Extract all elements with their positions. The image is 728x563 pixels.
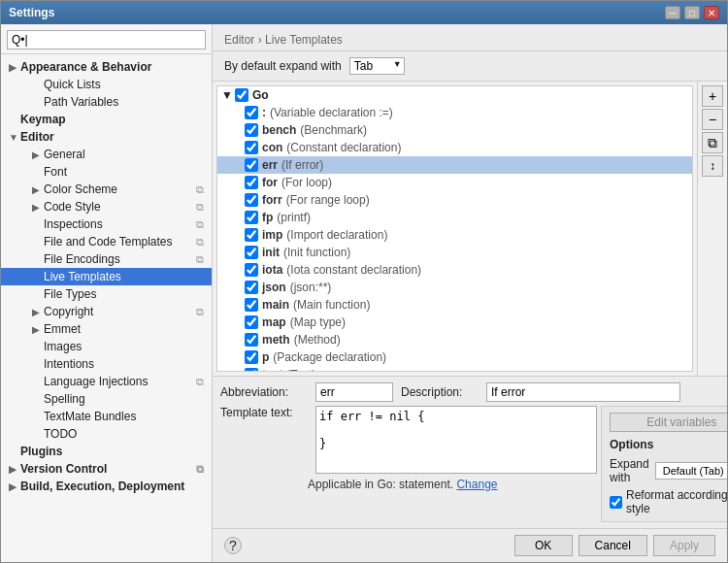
sidebar-item-spelling[interactable]: Spelling	[1, 390, 212, 408]
template-item-colon[interactable]: : (Variable declaration :=)	[217, 104, 692, 121]
sidebar-item-file-encodings[interactable]: File Encodings ⧉	[1, 250, 212, 268]
edit-variables-button[interactable]: Edit variables	[610, 413, 727, 432]
template-text-input[interactable]: if err != nil { }	[315, 406, 597, 474]
template-checkbox[interactable]	[245, 298, 258, 312]
template-checkbox[interactable]	[245, 211, 258, 224]
template-checkbox[interactable]	[245, 141, 258, 154]
copy-icon: ⧉	[196, 463, 204, 476]
template-group-go[interactable]: ▼ Go	[217, 86, 692, 104]
help-button[interactable]: ?	[224, 537, 242, 554]
cancel-button[interactable]: Cancel	[579, 535, 647, 556]
sidebar-item-textmate[interactable]: TextMate Bundles	[1, 408, 212, 425]
description-input[interactable]	[486, 382, 680, 402]
sidebar-item-todo[interactable]: TODO	[1, 425, 212, 443]
template-item-err[interactable]: err (If error)	[217, 156, 692, 174]
template-item-for[interactable]: for (For loop)	[217, 174, 692, 191]
template-item-init[interactable]: init (Init function)	[217, 244, 692, 261]
add-button[interactable]: +	[702, 85, 723, 107]
sidebar-item-intentions[interactable]: Intentions	[1, 355, 212, 373]
ok-button[interactable]: OK	[514, 535, 573, 556]
sidebar-item-editor[interactable]: ▼ Editor	[1, 128, 212, 146]
template-checkbox[interactable]	[245, 333, 258, 347]
template-item-main[interactable]: main (Main function)	[217, 296, 692, 314]
template-desc: (Test)	[286, 368, 315, 372]
templates-list[interactable]: ▼ Go : (Variable declaration :=) b	[216, 85, 693, 372]
tree-area: ▶ Appearance & Behavior Quick Lists Path…	[1, 54, 212, 562]
sidebar-item-file-code-templates[interactable]: File and Code Templates ⧉	[1, 233, 212, 250]
template-abbr: for	[262, 176, 278, 189]
sidebar-item-file-types[interactable]: File Types	[1, 285, 212, 303]
template-item-con[interactable]: con (Constant declaration)	[217, 139, 692, 156]
template-item-meth[interactable]: meth (Method)	[217, 331, 692, 348]
copy-icon: ⧉	[196, 218, 204, 231]
template-abbr: test	[262, 368, 282, 372]
expand-with-select[interactable]: Tab Enter Space	[349, 57, 405, 75]
group-checkbox[interactable]	[235, 88, 248, 102]
template-desc: (Constant declaration)	[286, 141, 401, 154]
sidebar-item-label: Color Scheme	[44, 182, 192, 196]
abbreviation-input[interactable]	[315, 382, 393, 402]
template-item-imp[interactable]: imp (Import declaration)	[217, 226, 692, 244]
sidebar-item-label: Spelling	[44, 392, 204, 406]
sidebar-item-general[interactable]: ▶ General	[1, 146, 212, 163]
template-checkbox[interactable]	[245, 106, 258, 119]
sidebar-item-images[interactable]: Images	[1, 338, 212, 355]
copy-button[interactable]: ⧉	[702, 132, 723, 153]
search-input[interactable]	[7, 30, 206, 50]
template-item-bench[interactable]: bench (Benchmark)	[217, 121, 692, 139]
template-item-json[interactable]: json (json:**)	[217, 279, 692, 296]
sidebar-item-label: General	[44, 148, 204, 161]
expand-with-options-select[interactable]: Default (Tab) Tab Enter Space	[655, 462, 727, 480]
sidebar-item-appearance[interactable]: ▶ Appearance & Behavior	[1, 58, 212, 76]
template-item-map[interactable]: map (Map type)	[217, 314, 692, 331]
reformat-checkbox[interactable]	[610, 496, 622, 509]
sidebar-item-quick-lists[interactable]: Quick Lists	[1, 76, 212, 93]
template-checkbox[interactable]	[245, 176, 258, 189]
sidebar-item-label: File Types	[44, 287, 204, 301]
sidebar-item-plugins[interactable]: Plugins	[1, 443, 212, 460]
remove-button[interactable]: −	[702, 109, 723, 130]
sidebar-item-path-variables[interactable]: Path Variables	[1, 93, 212, 111]
template-abbr: con	[262, 141, 282, 154]
template-checkbox[interactable]	[245, 228, 258, 242]
template-checkbox[interactable]	[245, 193, 258, 207]
applicable-label: Applicable in Go: statement.	[308, 478, 453, 491]
sidebar-item-copyright[interactable]: ▶ Copyright ⧉	[1, 303, 212, 320]
sidebar-item-label: File and Code Templates	[44, 235, 192, 248]
templates-list-wrapper: ▼ Go : (Variable declaration :=) b	[213, 82, 698, 376]
template-item-forr[interactable]: forr (For range loop)	[217, 191, 692, 209]
move-button[interactable]: ↕	[702, 155, 723, 177]
sidebar-item-code-style[interactable]: ▶ Code Style ⧉	[1, 198, 212, 215]
sidebar-item-live-templates[interactable]: Live Templates	[1, 268, 212, 285]
change-link[interactable]: Change	[456, 478, 497, 491]
group-expand-icon: ▼	[221, 88, 233, 102]
template-checkbox[interactable]	[245, 246, 258, 259]
sidebar-item-keymap[interactable]: Keymap	[1, 111, 212, 128]
arrow-icon: ▶	[32, 324, 44, 335]
sidebar-item-inspections[interactable]: Inspections ⧉	[1, 215, 212, 233]
sidebar-item-emmet[interactable]: ▶ Emmet	[1, 320, 212, 338]
template-item-fp[interactable]: fp (printf)	[217, 209, 692, 226]
sidebar-item-color-scheme[interactable]: ▶ Color Scheme ⧉	[1, 181, 212, 198]
maximize-button[interactable]: □	[684, 6, 700, 19]
sidebar-item-build[interactable]: ▶ Build, Execution, Deployment	[1, 478, 212, 495]
template-checkbox[interactable]	[245, 123, 258, 137]
minimize-button[interactable]: ─	[665, 6, 680, 19]
template-item-p[interactable]: p (Package declaration)	[217, 348, 692, 366]
template-checkbox[interactable]	[245, 281, 258, 294]
template-item-test[interactable]: test (Test)	[217, 366, 692, 372]
template-checkbox[interactable]	[245, 368, 258, 372]
template-checkbox[interactable]	[245, 263, 258, 277]
sidebar-item-version-control[interactable]: ▶ Version Control ⧉	[1, 460, 212, 478]
sidebar-item-language-injections[interactable]: Language Injections ⧉	[1, 373, 212, 390]
apply-button[interactable]: Apply	[653, 535, 715, 556]
expand-with-options-wrapper: Default (Tab) Tab Enter Space	[655, 462, 727, 480]
template-checkbox[interactable]	[245, 350, 258, 364]
template-checkbox[interactable]	[245, 315, 258, 329]
template-checkbox[interactable]	[245, 158, 258, 172]
close-button[interactable]: ✕	[704, 6, 719, 19]
sidebar-item-label: TextMate Bundles	[44, 410, 204, 423]
sidebar-item-font[interactable]: Font	[1, 163, 212, 181]
template-item-iota[interactable]: iota (Iota constant declaration)	[217, 261, 692, 279]
settings-window: Settings ─ □ ✕ ▶ Appearance & Behavior Q…	[0, 0, 728, 563]
